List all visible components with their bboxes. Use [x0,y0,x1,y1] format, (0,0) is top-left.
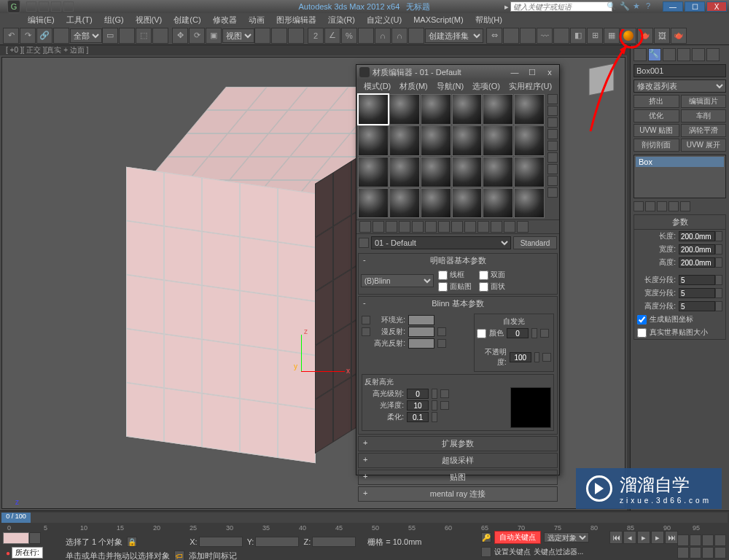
curve-editor-button[interactable]: 〰 [537,28,553,44]
undo-button[interactable]: ↶ [3,28,19,44]
schematic-button[interactable] [553,28,569,44]
material-editor-button[interactable] [620,28,636,44]
btn-extrude[interactable]: 挤出 [634,95,679,108]
frame-marker[interactable]: 0 / 100 [1,513,31,523]
lock-button[interactable]: 🔒 [127,537,137,547]
shader-type[interactable]: (B)Blinn [361,274,434,287]
manip-button[interactable] [271,28,287,44]
menu-help[interactable]: 帮助(H) [469,15,508,26]
mat-name-field[interactable]: 01 - Default [371,236,511,249]
key-target[interactable]: 选定对象 [544,532,589,542]
maps-rollout[interactable]: 贴图 [358,470,558,485]
quick-access[interactable] [26,1,74,12]
tool-icon[interactable]: 🔧 [620,1,630,12]
uv-tiling-icon[interactable] [547,129,558,139]
menu-maxscript[interactable]: MAXScript(M) [408,15,469,24]
sample-type-icon[interactable] [547,94,558,104]
object-name-field[interactable] [634,64,726,77]
align-button[interactable] [503,28,519,44]
selection-filter[interactable]: 全部 [70,28,102,43]
menu-edit[interactable]: 编辑(E) [22,15,61,26]
star-icon[interactable]: ★ [633,1,643,12]
close-button[interactable]: X [706,1,727,12]
setkey-button[interactable]: 设置关键点 [494,547,531,557]
get-mat-icon[interactable] [359,221,371,233]
help-input[interactable] [510,1,612,12]
snap-icon[interactable]: ∩ [375,28,391,44]
help-search[interactable]: ▸ [504,1,612,12]
select-button[interactable]: ▭ [102,28,118,44]
ambient-swatch[interactable] [408,315,434,325]
create-tab[interactable] [634,48,647,61]
tb-icon-2[interactable]: ⊞ [587,28,603,44]
info-icon[interactable]: 🔍 [607,1,617,12]
super-rollout[interactable]: 超级采样 [358,453,558,468]
selfillum-check[interactable] [477,329,486,338]
snap-percent-button[interactable]: % [341,28,357,44]
background-icon[interactable] [547,117,558,128]
width-spinner[interactable] [715,244,722,254]
mirror-button[interactable]: ⇔ [486,28,502,44]
me-menu-opt[interactable]: 选项(O) [468,79,504,93]
genmap-check[interactable] [637,315,647,324]
view-cube[interactable] [583,61,620,98]
unlink-button[interactable] [53,28,69,44]
length-input[interactable] [679,231,715,241]
opacity-val[interactable] [510,352,531,362]
stack-item-box[interactable]: Box [636,157,724,167]
y-coord[interactable] [255,537,299,547]
menu-views[interactable]: 视图(V) [130,15,168,26]
minimize-button[interactable]: — [663,1,683,12]
menu-graph[interactable]: 图形编辑器 [270,15,322,26]
move-button[interactable]: ✥ [172,28,188,44]
soften-val[interactable] [407,412,429,422]
x-coord[interactable] [199,537,243,547]
hierarchy-tab[interactable] [663,48,676,61]
select-by-mat-icon[interactable] [547,176,558,186]
window-crossing-button[interactable] [152,28,168,44]
gloss-val[interactable] [407,400,429,411]
snap-angle-button[interactable]: ∠ [324,28,340,44]
named-sets[interactable]: 创建选择集 [425,28,483,43]
keyfilter-button[interactable]: 关键点过滤器... [534,547,583,557]
btn-lathe[interactable]: 车削 [681,109,727,122]
motion-tab[interactable] [677,48,690,61]
render-setup-button[interactable]: 🫖 [637,28,653,44]
snap-icon2[interactable]: ∩ [391,28,408,44]
shader-rollout-h[interactable]: 明暗器基本参数 [359,254,557,268]
mini-icon[interactable] [29,532,41,544]
diffuse-lock[interactable] [362,327,370,336]
color-swatch[interactable] [3,532,29,544]
menu-group[interactable]: 组(G) [98,15,130,26]
height-input[interactable] [679,257,715,268]
menu-create[interactable]: 创建(C) [168,15,206,26]
mental-rollout[interactable]: mental ray 连接 [358,486,558,502]
options-icon[interactable] [547,164,558,174]
mat-map-nav-icon[interactable] [547,187,558,198]
scale-button[interactable]: ▣ [206,28,222,44]
remove-mod-icon[interactable] [668,201,679,211]
utilities-tab[interactable] [706,48,720,61]
2sided-check[interactable] [479,271,488,280]
zoom-extents-icon[interactable] [702,534,714,546]
display-tab[interactable] [692,48,705,61]
btn-slice[interactable]: 剖切剖面 [634,139,679,152]
selfillum-val[interactable] [507,328,529,338]
btn-unwrap[interactable]: UVW 展开 [681,139,727,152]
pan-icon[interactable] [677,547,689,559]
render-button[interactable]: 🫖 [671,28,687,44]
zoom-all-icon[interactable] [690,534,701,546]
blinn-rollout-h[interactable]: Blinn 基本参数 [359,297,557,311]
menu-customize[interactable]: 自定义(U) [361,15,408,26]
btn-turbo[interactable]: 涡轮平滑 [681,124,727,137]
config-icon[interactable] [680,201,690,211]
pivot-button[interactable] [254,28,270,44]
ref-coord[interactable]: 视图 [222,28,254,43]
select-region-button[interactable]: ⬚ [136,28,152,44]
modifier-list[interactable]: 修改器列表 [634,79,726,93]
make-unique-icon[interactable] [657,201,667,211]
goto-end-icon[interactable]: ⏭ [665,531,678,544]
snap-2d-button[interactable]: 2 [308,28,324,44]
hsegs-input[interactable] [679,301,715,311]
me-min[interactable]: — [508,67,521,77]
